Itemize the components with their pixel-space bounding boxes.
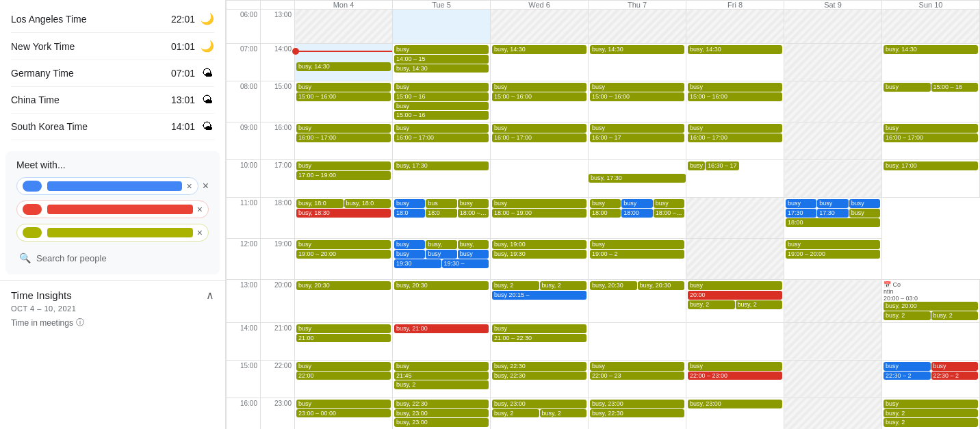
ev-sun-1300a[interactable]: busy, 20:00 [884,302,978,311]
insights-chevron-icon[interactable]: ∧ [206,289,214,302]
ev-sun-0900b[interactable]: 16:00 – 17:00 [884,133,978,142]
ev-thu-1600b[interactable]: busy, 22:30 [590,409,684,418]
ev-wed-1600b[interactable]: busy, 2 [492,409,539,418]
remove-person-2[interactable]: × [197,204,203,215]
ev-mon-1400b[interactable]: 21:00 [296,334,391,343]
ev-sun-1500b[interactable]: busy [931,362,979,371]
ev-tue-1600b[interactable]: busy, 23:00 [394,409,489,418]
ev-tue-1200c[interactable]: busy, [458,240,489,249]
ev-fri-0800b[interactable]: 15:00 – 16:00 [688,92,782,101]
ev-sun-1200a[interactable]: busy [786,240,880,249]
ev-tue-1200h[interactable]: 19:30 – [442,259,489,268]
ev-mon-1100a[interactable]: busy, 18:0 [296,199,344,208]
ev-sun-1000a[interactable]: busy, 17:00 [884,161,978,170]
ev-wed-1500a[interactable]: busy, 22:30 [492,362,586,371]
event-busy-1430-thu[interactable]: busy, 14:30 [590,45,684,54]
ev-thu-1600a[interactable]: busy, 23:00 [590,400,684,408]
ev-sun-1100a[interactable]: busy [786,199,816,208]
ev-tue-1100e[interactable]: 18:0 [426,209,456,218]
calendar-scroll[interactable]: Mon 4 Tue 5 Wed 6 Thu 7 Fri 8 Sat 9 Sun … [226,0,980,429]
toggle-green[interactable] [23,227,42,238]
ev-thu-1200a[interactable]: busy [590,240,684,249]
ev-tue-1200f[interactable]: busy [458,250,489,259]
remove-person-3[interactable]: × [197,227,203,238]
ev-tue-1100a[interactable]: busy [394,199,425,208]
ev-sun-1300b[interactable]: busy, 2 [884,311,931,320]
ev-tue-1500b[interactable]: 21:45 [394,372,489,380]
ev-tue-1000a[interactable]: busy, 17:30 [394,161,489,170]
ev-tue-0900a[interactable]: busy [394,124,489,133]
ev-wed-0800a[interactable]: busy [492,83,586,92]
ev-tue-1100f[interactable]: 18:00 – 19:30 [458,209,489,218]
ev-tue-0800b[interactable]: 15:00 – 16 [394,92,489,101]
ev-sun-1200b[interactable]: 19:00 – 20:00 [786,250,880,259]
ev-wed-1200a[interactable]: busy, 19:00 [492,240,586,249]
ev-mon-1400a[interactable]: busy [296,324,391,333]
ev-wed-1100b[interactable]: 18:00 – 19:00 [492,209,586,218]
ev-mon-0900b[interactable]: 16:00 – 17:00 [296,133,391,142]
ev-sun-1100c[interactable]: busy [849,199,880,208]
ev-sun-1600b[interactable]: busy, 2 [884,409,978,418]
ev-sun-1100g[interactable]: 18:00 [786,218,880,227]
ev-fri-1000b[interactable]: 16:30 – 17 [706,161,739,170]
ev-mon-1500a[interactable]: busy [296,362,391,371]
remove-person-1[interactable]: × [186,181,192,192]
ev-thu-0800b[interactable]: 15:00 – 16:00 [590,92,684,101]
ev-tue-1200b[interactable]: busy, [426,240,456,249]
ev-sun-1600a[interactable]: busy [884,400,978,408]
ev-thu-1100b[interactable]: busy [621,199,652,208]
ev-wed-1600c[interactable]: busy, 2 [540,409,587,418]
ev-wed-0900a[interactable]: busy [492,124,586,133]
ev-thu-1100c[interactable]: busy [654,199,684,208]
ev-thu-1100a[interactable]: busy [590,199,621,208]
ev-wed-1400a[interactable]: busy [492,324,586,333]
ev-tue-1100d[interactable]: 18:0 [394,209,425,218]
ev-tue-1500a[interactable]: busy [394,362,489,371]
search-people-button[interactable]: 🔍 Search for people [16,247,209,269]
ev-fri-0900a[interactable]: busy [688,124,782,133]
ev-sun-0900a[interactable]: busy [884,124,978,133]
ev-wed-1300b[interactable]: busy, 2 [540,281,587,290]
ev-fri-1300c[interactable]: busy, 2 [688,300,735,309]
ev-thu-0900b[interactable]: 16:00 – 17 [590,133,684,142]
ev-sun-1500d[interactable]: 22:30 – 2 [931,372,979,380]
ev-tue-1100c[interactable]: busy [458,199,489,208]
ev-sun-1500c[interactable]: 22:30 – 2 [884,372,931,380]
ev-fri-0900b[interactable]: 16:00 – 17:00 [688,133,782,142]
ev-mon-0900a[interactable]: busy [296,124,391,133]
ev-mon-1500b[interactable]: 22:00 [296,372,391,380]
ev-sun-1100e[interactable]: 17:30 [817,209,848,218]
ev-tue-0800a[interactable]: busy [394,83,489,92]
ev-sun-1100d[interactable]: 17:30 [786,209,816,218]
ev-wed-1600a[interactable]: busy, 23:00 [492,400,586,408]
ev-fri-0800a[interactable]: busy [688,83,782,92]
ev-thu-1100d[interactable]: 18:00 [590,209,621,218]
ev-tue-1600c[interactable]: busy, 23:00 [394,418,489,427]
ev-sun-0800a[interactable]: busy [884,83,931,92]
ev-thu-1500a[interactable]: busy [590,362,684,371]
ev-sun-1300c[interactable]: busy, 2 [931,311,979,320]
ev-tue-1100b[interactable]: bus [426,199,456,208]
ev-thu-0800a[interactable]: busy [590,83,684,92]
event-busy-1430-tue[interactable]: busy, 14:30 [394,64,489,73]
ev-sun-1500a[interactable]: busy [884,362,931,371]
ev-sun-0800b[interactable]: 15:00 – 16 [931,83,979,92]
toggle-blue[interactable] [23,181,42,192]
event-busy-1430-mon[interactable]: busy, 14:30 [296,62,391,71]
ev-tue-1200e[interactable]: busy [426,250,456,259]
ev-fri-1300d[interactable]: busy, 2 [736,300,783,309]
toggle-red[interactable] [23,204,42,215]
ev-sun-1100f[interactable]: busy [849,209,880,218]
ev-wed-0900b[interactable]: 16:00 – 17:00 [492,133,586,142]
ev-wed-1300a[interactable]: busy, 2 [492,281,539,290]
ev-thu-1200b[interactable]: 19:00 – 2 [590,250,684,259]
ev-sun-1600c[interactable]: busy, 2 [884,418,978,427]
ev-thu-1100f[interactable]: 18:00 – 19 [654,209,684,218]
ev-tue-1500c[interactable]: busy, 2 [394,380,489,389]
ev-fri-1500a[interactable]: busy [688,362,782,371]
ev-fri-1000a[interactable]: busy [688,161,705,170]
ev-mon-1200b[interactable]: 19:00 – 20:00 [296,250,391,259]
ev-thu-1300b[interactable]: busy, 20:30 [638,281,685,290]
ev-fri-1300a[interactable]: busy [688,281,782,290]
ev-mon-1100c[interactable]: busy, 18:30 [296,209,391,218]
